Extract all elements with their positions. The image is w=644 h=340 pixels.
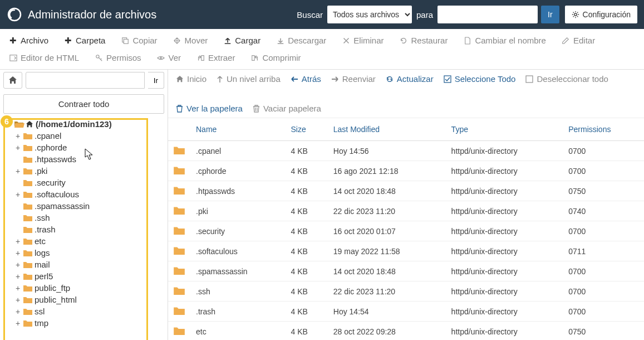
edit-button[interactable]: Editar [556,32,601,48]
table-row[interactable]: .softaculous4 KB19 may 2022 11:58httpd/u… [168,241,644,261]
tree-toggle-icon[interactable]: + [14,284,21,293]
tree-item[interactable]: .htpasswds [14,153,162,165]
tree-toggle-icon[interactable] [14,213,21,222]
view-button[interactable]: Ver [151,50,187,66]
tree-item[interactable]: +public_ftp [14,282,162,294]
tree-item[interactable]: .security [14,177,162,188]
view-trash-button[interactable]: Ver la papelera [176,104,243,113]
nav-reload-button[interactable]: Actualizar [386,74,434,84]
new-file-button[interactable]: ✚Archivo [3,32,54,48]
path-go-button[interactable]: Ir [148,72,164,89]
tree-item[interactable]: .spamassassin [14,200,162,212]
cell-size: 4 KB [286,201,328,221]
cell-type: httpd/unix-directory [446,181,563,201]
tree-item[interactable]: .trash [14,224,162,235]
tree-item[interactable]: +etc [14,235,162,247]
tree-item[interactable]: +tmp [14,317,162,329]
select-all-button[interactable]: Seleccione Todo [444,74,516,84]
nav-back-button[interactable]: Atrás [291,74,321,84]
col-type[interactable]: Type [446,118,563,141]
tree-toggle-icon[interactable]: + [14,272,21,281]
table-row[interactable]: .ssh4 KB22 dic 2023 11:20httpd/unix-dire… [168,281,644,302]
copy-button[interactable]: Copiar [115,32,163,48]
compress-button[interactable]: Comprimir [245,50,306,66]
cell-name: etc [190,322,286,341]
tree-toggle-icon[interactable]: + [14,249,21,258]
path-bar: Ir [0,70,168,91]
move-button[interactable]: Mover [168,32,214,48]
col-icon[interactable] [168,118,190,141]
table-row[interactable]: .cphorde4 KB16 ago 2021 12:18httpd/unix-… [168,161,644,181]
table-row[interactable]: .pki4 KB22 dic 2023 11:20httpd/unix-dire… [168,201,644,221]
tree-item-label: public_ftp [35,283,70,293]
folder-tree[interactable]: −(/home1/domin123)+.cpanel+.cphorde .htp… [3,117,164,340]
search-input[interactable] [437,6,538,23]
tree-toggle-icon[interactable]: + [14,260,21,269]
tree-item[interactable]: +public_html [14,294,162,305]
empty-trash-button[interactable]: Vaciar papelera [253,104,321,113]
tree-item[interactable]: +.softaculous [14,188,162,200]
tree-item[interactable]: +logs [14,247,162,259]
reload-icon [386,75,394,83]
tree-toggle-icon[interactable]: + [14,295,21,304]
nav-home-button[interactable]: Inicio [176,74,207,84]
rename-button[interactable]: Cambiar el nombre [458,32,552,48]
path-input[interactable] [26,72,145,89]
tree-toggle-icon[interactable] [14,225,21,234]
col-name[interactable]: Name [190,118,286,141]
tree-toggle-icon[interactable]: + [14,167,21,176]
tree-item[interactable]: +perl5 [14,270,162,282]
col-permissions[interactable]: Permissions [563,118,644,141]
table-row[interactable]: .spamassassin4 KB14 oct 2020 18:48httpd/… [168,261,644,281]
col-modified[interactable]: Last Modified [328,118,446,141]
nav-up-button[interactable]: Un nivel arriba [217,74,281,84]
tree-item[interactable]: +ssl [14,305,162,317]
header-bar: Administrador de archivos Buscar Todos s… [0,0,644,29]
tree-toggle-icon[interactable] [14,202,21,211]
pencil-icon [562,36,570,45]
tree-toggle-icon[interactable]: − [6,120,12,129]
tree-item[interactable]: +.cpanel [14,130,162,142]
tree-toggle-icon[interactable]: + [14,132,21,140]
tree-toggle-icon[interactable]: + [14,307,21,316]
tree-root[interactable]: −(/home1/domin123) [6,118,162,130]
tree-item-label: public_html [35,295,77,304]
permissions-button[interactable]: Permisos [89,50,147,66]
delete-button[interactable]: Eliminar [336,32,389,48]
cell-type: httpd/unix-directory [446,302,563,322]
table-row[interactable]: .trash4 KBHoy 14:54httpd/unix-directory0… [168,302,644,322]
table-row[interactable]: .security4 KB16 oct 2020 01:07httpd/unix… [168,221,644,241]
table-row[interactable]: etc4 KB28 oct 2022 09:28httpd/unix-direc… [168,322,644,341]
search-go-button[interactable]: Ir [541,6,559,23]
deselect-all-button[interactable]: Deseleccionar todo [525,74,608,84]
collapse-all-button[interactable]: Contraer todo [3,94,164,114]
extract-button[interactable]: Extraer [191,50,240,66]
tree-toggle-icon[interactable]: + [14,190,21,199]
tree-toggle-icon[interactable]: + [14,143,21,152]
checkbox-checked-icon [444,75,451,83]
html-editor-button[interactable]: Editor de HTML [3,50,85,66]
table-row[interactable]: .htpasswds4 KB14 oct 2020 18:48httpd/uni… [168,181,644,201]
tree-toggle-icon[interactable]: + [14,237,21,246]
config-button[interactable]: Configuración [565,6,637,23]
home-button[interactable] [3,72,22,89]
tree-toggle-icon[interactable] [14,155,21,164]
table-row[interactable]: .cpanel4 KBHoy 14:56httpd/unix-directory… [168,141,644,161]
tree-toggle-icon[interactable] [14,178,21,187]
folder-icon [23,261,32,268]
folder-icon [174,206,185,215]
tree-toggle-icon[interactable]: + [14,319,21,328]
tree-item-label: logs [35,248,50,258]
col-size[interactable]: Size [286,118,328,141]
copy-icon [121,36,129,45]
tree-item[interactable]: +.pki [14,165,162,177]
tree-item[interactable]: +mail [14,259,162,270]
tree-item[interactable]: +.cphorde [14,142,162,153]
search-scope-select[interactable]: Todos sus archivos [327,6,412,23]
upload-button[interactable]: Cargar [218,32,266,48]
tree-item[interactable]: .ssh [14,212,162,224]
nav-forward-button[interactable]: Reenviar [331,74,376,84]
restore-button[interactable]: Restaurar [394,32,454,48]
new-folder-button[interactable]: ✚Carpeta [58,32,111,48]
download-button[interactable]: Descargar [271,32,332,48]
